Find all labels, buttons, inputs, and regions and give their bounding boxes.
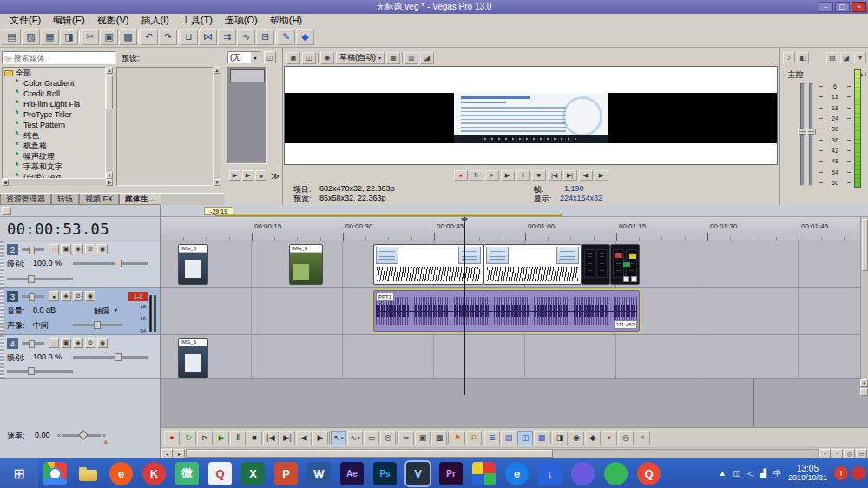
stop-button[interactable]: ■ [247,431,262,445]
open-in-trimmer-button[interactable]: ◎ [618,431,634,445]
ime-icon[interactable]: 中 [773,468,781,479]
normal-edit-tool-button[interactable]: ↖▾ [331,431,346,445]
mute-icon[interactable]: ⊘ [73,291,83,301]
wand-icon[interactable]: ◆ [296,29,314,45]
next-frame-button[interactable]: ▶ [595,170,608,181]
track-number-badge[interactable]: 3 [7,291,18,302]
go-to-end-button[interactable]: ▶| [563,170,577,181]
track-grip[interactable] [0,335,4,378]
play-button[interactable]: ▶ [501,170,515,181]
insert-fx-icon[interactable]: ◪ [840,52,852,63]
video-scopes-button[interactable]: ◨ [552,431,568,445]
more-tools-button[interactable]: ≡ [635,431,650,445]
track-grip[interactable] [0,288,4,334]
cut-icon[interactable]: ✂ [81,29,99,45]
preset-panel-icon[interactable]: ◫ [264,51,276,63]
track-header-4[interactable]: 4 ◌▣◈⊘◉ 级别: 100.0 % [0,335,161,379]
device-explorer-button[interactable]: ▤ [501,431,516,445]
tree-item[interactable]: * 棋盘格 [3,141,105,151]
tree-item[interactable]: * Color Gradient [3,78,105,89]
scroll-left-button[interactable]: ◂ [161,449,173,458]
tree-item[interactable]: * HitFilm Light Fla [3,99,105,109]
track-fx-icon[interactable]: ◈ [61,291,71,301]
play-from-start-button[interactable]: ⊳ [485,170,499,181]
browser-360-icon[interactable]: e [109,462,133,485]
zoom-edit-tool-button[interactable]: ◎ [380,431,396,445]
preset-stop-button[interactable]: ■ [255,170,266,181]
premiere-icon[interactable]: Pr [439,462,463,485]
pause-button[interactable]: ‖ [230,431,246,445]
mute-icon[interactable]: ⊘ [85,338,95,348]
close-button[interactable]: × [852,2,866,12]
track-grip[interactable] [0,241,4,287]
master-bus-button[interactable]: ▦ [534,431,549,445]
zoom-fit-button[interactable]: ▭ [856,449,867,458]
record-button[interactable]: ● [454,170,468,181]
menu-item[interactable]: 文件(F) [3,14,47,26]
tree-scrollbar[interactable]: ▲ ▼ [106,67,113,179]
chevron-down-icon[interactable]: ▾ [115,307,117,313]
vscroll-thumb[interactable] [862,219,868,271]
loop-playback-button[interactable]: ↻ [181,431,196,445]
app-green-icon[interactable] [604,462,628,485]
scroll-right-icon[interactable]: ▶ [106,179,113,186]
timeline-event[interactable] [483,244,582,285]
menu-item[interactable]: 视图(V) [91,14,135,26]
master-info-icon[interactable]: i [865,71,866,78]
envelope-edit-tool-button[interactable]: ∿▾ [347,431,363,445]
track-fx-icon[interactable]: ◈ [73,244,83,254]
track-motion-icon[interactable]: ▣ [61,338,71,348]
go-to-start-button[interactable]: |◀ [548,170,562,181]
scrollbar-thumb[interactable] [106,75,113,109]
menu-item[interactable]: 选项(O) [219,14,264,26]
sep[interactable] [448,432,449,444]
delete-button[interactable]: × [602,431,617,445]
track-lane-2[interactable]: IMG_6 IMG_6 IMG_6 IMG_6 [161,241,868,288]
tree-item[interactable]: * 噪声纹理 [3,151,105,162]
overlays-grid-icon[interactable]: ▦ [386,52,400,64]
stop-button[interactable]: ■ [532,170,546,181]
level-slider[interactable] [73,262,148,265]
copy-frame-icon[interactable]: ▥ [404,52,418,64]
preset-scrollbar[interactable]: ▲ ▼ [214,67,220,186]
spacer[interactable] [811,52,825,63]
sep[interactable] [397,432,398,444]
network-icon[interactable]: ▟ [760,469,766,478]
pan-value[interactable]: 中间 [33,320,49,332]
preset-play-button[interactable]: ▶ [229,170,240,181]
dock-tab[interactable]: 转场 [51,194,79,205]
next-frame-button[interactable]: ▶ [312,431,328,445]
level-value[interactable]: 100.0 % [33,353,62,361]
pinwheel-icon[interactable] [472,462,496,485]
scroll-down-icon[interactable]: ▼ [214,179,220,186]
menu-item[interactable]: 工具(T) [175,14,219,26]
minimize-button[interactable]: – [819,2,833,12]
timeline-event[interactable]: PPT1 PPT1 111.+52 [373,290,640,332]
speaker-icon[interactable]: ♪ [783,52,795,63]
sep[interactable] [138,30,139,43]
track-fade-slider[interactable] [22,248,44,251]
track-motion-icon[interactable]: ▣ [61,244,71,254]
open-icon[interactable]: ▨ [22,29,40,45]
track-fade-slider[interactable] [22,295,44,298]
dock-tab[interactable]: 视频 FX [79,194,119,205]
playhead-cursor[interactable] [464,217,465,395]
photoshop-icon[interactable]: Ps [373,462,397,485]
undo-icon[interactable]: ↶ [140,29,158,45]
track-number-badge[interactable]: 2 [7,244,18,255]
hscroll-track[interactable] [186,449,819,458]
copy-event-button[interactable]: ▣ [415,431,431,445]
preset-loop-play-button[interactable]: ▶ [242,170,253,181]
sep[interactable] [402,53,403,63]
solo-icon[interactable]: ◉ [85,291,95,301]
level-slider-handle[interactable] [115,353,122,361]
sep[interactable] [318,53,319,63]
fader-handle[interactable] [806,129,816,135]
level-slider[interactable] [73,356,148,359]
previous-frame-button[interactable]: ◀ [296,431,312,445]
preview-quality-icon[interactable]: ◉ [320,52,334,64]
file-explorer-icon[interactable] [76,462,100,485]
sep[interactable] [550,432,551,444]
ignore-grouping-icon[interactable]: ⊟ [256,29,274,45]
composite-slider-handle[interactable] [28,367,35,375]
